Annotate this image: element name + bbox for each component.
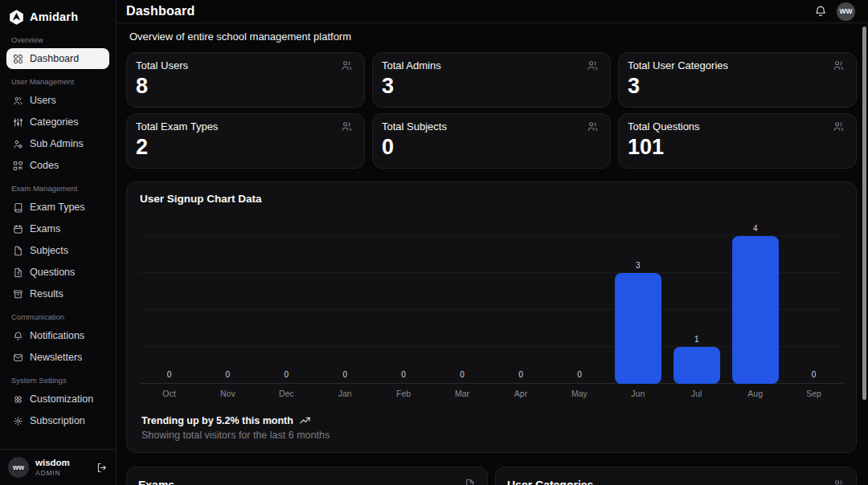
chart-column-sep: 0 [784,371,843,384]
sidebar-nav: OverviewDashboardUser ManagementUsersCat… [6,35,109,431]
bar-value-label: 0 [577,371,582,379]
chart-column-dec: 0 [257,371,316,384]
sidebar-item-exam-types[interactable]: Exam Types [6,197,109,218]
main-scrollbar-track[interactable] [862,24,866,485]
bar-chart-plot: 000000003140 [140,214,843,384]
sidebar-item-codes[interactable]: Codes [6,155,109,176]
x-axis-label-may: May [550,389,608,398]
card-title: Exams [138,479,174,485]
chart-footer-subtext: Showing total visitors for the last 6 mo… [141,430,843,441]
card-header: Exams [138,479,476,485]
bar-jun[interactable] [615,273,661,384]
chart-column-jul: 1 [667,336,726,384]
sidebar-item-customization[interactable]: Customization [6,389,109,410]
header-avatar[interactable]: WW [837,2,855,21]
topbar: Dashboard WW [117,0,868,23]
sidebar-item-dashboard[interactable]: Dashboard [6,48,109,69]
signup-chart-card: User Signup Chart Data 000000003140 OctN… [126,181,857,453]
calendar-icon [13,224,23,234]
bar-value-label: 0 [226,371,231,379]
sidebar-item-users[interactable]: Users [6,90,109,111]
sidebar-item-label: Dashboard [30,53,79,64]
bar-value-label: 0 [812,371,817,379]
chart-title: User Signup Chart Data [140,193,843,205]
card-title: User Categories [507,479,593,485]
stat-value: 2 [136,137,353,158]
amidarh-logo-icon [8,9,25,26]
sliders-icon [13,117,23,128]
sidebar-item-subscription[interactable]: Subscription [6,410,109,431]
main-area: Dashboard WW Overview of entire school m… [117,0,868,485]
user-avatar[interactable]: ww [8,457,29,478]
chart-column-feb: 0 [375,371,433,384]
sidebar-item-results[interactable]: Results [6,283,109,304]
stats-grid: Total Users8Total Admins3Total User Cate… [126,52,857,169]
logout-icon[interactable] [96,462,108,474]
stat-card-header: Total Subjects [382,120,599,132]
bar-value-label: 4 [753,225,758,233]
x-axis-label-mar: Mar [433,389,492,398]
sidebar-item-label: Questions [30,267,75,278]
mail-icon [13,353,23,363]
card-header: User Categories [507,479,845,485]
stat-label: Total User Categories [628,59,728,71]
sidebar-item-label: Categories [30,116,78,128]
bar-aug[interactable] [732,236,779,384]
sidebar-item-label: Subscription [30,415,85,426]
grid-icon [13,54,23,64]
sidebar-section-label-user-management: User Management [11,77,104,86]
page-subtitle: Overview of entire school management pla… [129,31,857,43]
chart-column-jun: 3 [608,262,667,384]
sidebar-item-questions[interactable]: Questions [6,262,109,283]
chart-footer-trend: Trending up by 5.2% this month [141,414,843,426]
x-axis-label-sep: Sep [784,389,843,398]
x-axis-label-jul: Jul [667,389,726,398]
chart-column-oct: 0 [140,371,199,384]
sidebar-item-label: Notifications [30,330,84,341]
topbar-actions: WW [814,2,855,21]
sidebar-item-newsletters[interactable]: Newsletters [6,347,109,368]
sidebar-item-exams[interactable]: Exams [6,218,109,239]
bar-jul[interactable] [674,347,720,384]
chart-column-nov: 0 [199,371,257,384]
sidebar-item-label: Subjects [30,245,68,256]
sidebar-item-label: Exams [30,223,60,234]
chart-column-may: 0 [550,371,608,384]
stat-value: 3 [628,75,845,97]
bar-value-label: 0 [285,371,289,379]
x-axis-label-jun: Jun [608,389,667,398]
sidebar-item-subjects[interactable]: Subjects [6,240,109,261]
stat-label: Total Subjects [382,120,447,132]
stat-value: 3 [382,75,599,97]
sidebar-item-label: Results [30,288,63,300]
qr-code-icon [13,161,23,171]
stat-label: Total Admins [382,59,441,71]
bottom-cards-row: ExamsUser Categories [126,467,857,485]
main-scrollbar-thumb[interactable] [862,26,866,400]
sidebar-item-label: Sub Admins [30,138,84,149]
file-question-icon [13,267,23,278]
sidebar: Amidarh OverviewDashboardUser Management… [0,0,117,485]
sidebar-item-notifications[interactable]: Notifications [6,325,109,346]
sidebar-item-categories[interactable]: Categories [6,112,109,132]
trend-text: Trending up by 5.2% this month [141,415,293,426]
x-axis-label-jan: Jan [316,389,375,398]
sidebar-user-footer: ww wisdom ADMIN [0,449,116,485]
stat-card-total-questions: Total Questions101 [618,113,857,169]
stat-card-header: Total Exam Types [136,120,353,132]
bar-value-label: 0 [167,371,172,379]
sidebar-item-sub-admins[interactable]: Sub Admins [6,133,109,154]
stat-label: Total Users [136,59,188,71]
bell-icon [13,331,23,341]
bar-value-label: 0 [401,371,406,379]
chart-column-aug: 4 [726,225,784,384]
users-icon [833,59,845,71]
notifications-bell-icon[interactable] [814,5,827,18]
dashboard-content: Overview of entire school management pla… [117,23,868,485]
chart-x-axis-labels: OctNovDecJanFebMarAprMayJunJulAugSep [140,384,843,403]
bar-value-label: 3 [636,262,641,270]
chart-column-apr: 0 [492,371,551,384]
components-icon [13,394,23,405]
brand: Amidarh [6,6,109,27]
stat-card-header: Total Admins [382,59,599,71]
